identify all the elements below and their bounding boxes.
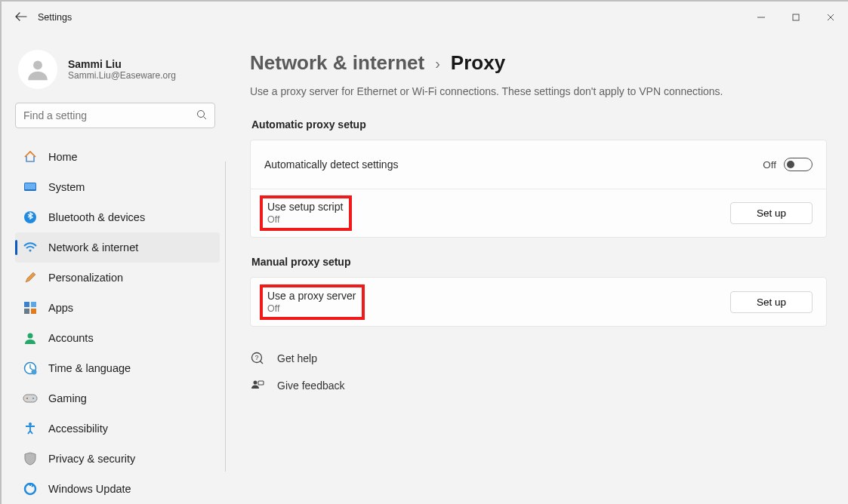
user-email: Sammi.Liu@Easeware.org	[68, 70, 176, 81]
nav-bluetooth[interactable]: Bluetooth & devices	[15, 202, 220, 232]
nav-label: Apps	[48, 302, 73, 314]
give-feedback-label: Give feedback	[277, 380, 345, 392]
setup-script-row: Use setup script Off Set up	[251, 189, 826, 237]
breadcrumb: Network & internet › Proxy	[250, 51, 827, 75]
nav-label: Gaming	[48, 392, 87, 404]
svg-rect-27	[258, 381, 264, 385]
minimize-button[interactable]	[744, 2, 779, 33]
nav-apps[interactable]: Apps	[15, 293, 220, 323]
apps-icon	[23, 300, 38, 315]
auto-detect-row: Automatically detect settings Off	[251, 140, 826, 189]
svg-rect-11	[24, 302, 29, 307]
wifi-icon	[23, 240, 38, 255]
bluetooth-icon	[23, 210, 38, 225]
app-title: Settings	[38, 12, 72, 23]
close-button[interactable]	[813, 2, 848, 33]
svg-point-10	[29, 250, 32, 252]
back-button[interactable]	[15, 11, 27, 24]
svg-point-26	[254, 381, 257, 385]
svg-point-15	[28, 333, 33, 339]
avatar	[18, 50, 57, 89]
shield-icon	[23, 451, 38, 466]
nav-home[interactable]: Home	[15, 142, 220, 172]
proxy-server-button[interactable]: Set up	[730, 291, 813, 313]
nav-label: Time & language	[48, 362, 131, 374]
svg-point-21	[29, 423, 32, 426]
clock-icon	[23, 361, 38, 376]
nav-list: Home System Bluetooth & devices Network …	[15, 142, 220, 504]
nav-label: Personalization	[48, 272, 123, 284]
get-help-link[interactable]: ? Get help	[250, 345, 827, 372]
breadcrumb-parent[interactable]: Network & internet	[250, 51, 424, 75]
auto-detect-toggle[interactable]: Off	[763, 158, 813, 171]
chevron-right-icon: ›	[435, 55, 440, 72]
setup-script-label: Use setup script	[267, 201, 343, 213]
svg-rect-13	[24, 309, 29, 314]
accounts-icon	[23, 330, 38, 346]
automatic-section-header: Automatic proxy setup	[251, 118, 827, 131]
svg-point-4	[33, 60, 42, 69]
nav-label: Privacy & security	[48, 453, 135, 465]
nav-label: Network & internet	[48, 241, 138, 254]
home-icon	[23, 149, 38, 164]
proxy-server-label: Use a proxy server	[267, 290, 356, 302]
toggle-switch-icon	[784, 158, 813, 171]
highlight-box: Use setup script Off	[260, 195, 352, 231]
sidebar-separator	[225, 161, 226, 472]
feedback-icon	[250, 379, 265, 392]
proxy-server-row: Use a proxy server Off Set up	[251, 278, 826, 326]
svg-text:?: ?	[254, 354, 258, 361]
svg-point-20	[32, 398, 34, 399]
automatic-card: Automatically detect settings Off Use se…	[250, 140, 827, 238]
svg-rect-1	[793, 14, 799, 20]
nav-label: Windows Update	[48, 483, 131, 495]
brush-icon	[23, 270, 38, 285]
nav-label: Accounts	[48, 332, 94, 344]
nav-personalization[interactable]: Personalization	[15, 263, 220, 293]
svg-line-6	[204, 116, 207, 119]
svg-rect-8	[25, 183, 35, 189]
setup-script-status: Off	[267, 214, 343, 225]
proxy-server-status: Off	[267, 303, 356, 314]
search-box[interactable]	[15, 103, 215, 128]
search-icon	[196, 109, 207, 122]
system-icon	[23, 180, 38, 195]
toggle-state-text: Off	[763, 159, 776, 171]
nav-label: Accessibility	[48, 423, 108, 435]
auto-detect-label: Automatically detect settings	[264, 158, 398, 171]
search-input[interactable]	[22, 109, 196, 122]
main-content: Network & internet › Proxy Use a proxy s…	[226, 33, 848, 504]
window-controls	[744, 2, 848, 33]
titlebar: Settings	[2, 2, 848, 33]
svg-line-25	[261, 361, 264, 364]
give-feedback-link[interactable]: Give feedback	[250, 372, 827, 399]
nav-accounts[interactable]: Accounts	[15, 323, 220, 353]
nav-network[interactable]: Network & internet	[15, 232, 220, 263]
setup-script-button[interactable]: Set up	[730, 202, 813, 224]
nav-label: System	[48, 181, 85, 193]
highlight-box: Use a proxy server Off	[260, 284, 365, 320]
manual-card: Use a proxy server Off Set up	[250, 277, 827, 327]
accessibility-icon	[23, 421, 38, 436]
manual-section-header: Manual proxy setup	[251, 256, 827, 268]
svg-point-19	[26, 398, 28, 399]
nav-time-language[interactable]: Time & language	[15, 353, 220, 383]
svg-point-5	[198, 110, 205, 117]
nav-system[interactable]: System	[15, 172, 220, 202]
nav-label: Bluetooth & devices	[48, 211, 145, 223]
maximize-button[interactable]	[779, 2, 813, 33]
nav-privacy[interactable]: Privacy & security	[15, 444, 220, 474]
nav-gaming[interactable]: Gaming	[15, 383, 220, 413]
svg-rect-18	[23, 395, 37, 402]
account-card[interactable]: Sammi Liu Sammi.Liu@Easeware.org	[18, 50, 220, 89]
svg-rect-14	[31, 309, 36, 314]
sidebar: Sammi Liu Sammi.Liu@Easeware.org Home Sy…	[2, 33, 226, 504]
nav-windows-update[interactable]: Windows Update	[15, 474, 220, 504]
user-name: Sammi Liu	[68, 58, 176, 70]
svg-point-17	[32, 370, 37, 375]
breadcrumb-current: Proxy	[451, 51, 505, 75]
nav-accessibility[interactable]: Accessibility	[15, 413, 220, 444]
page-description: Use a proxy server for Ethernet or Wi-Fi…	[250, 85, 827, 97]
svg-rect-12	[31, 302, 36, 307]
get-help-label: Get help	[277, 352, 317, 364]
